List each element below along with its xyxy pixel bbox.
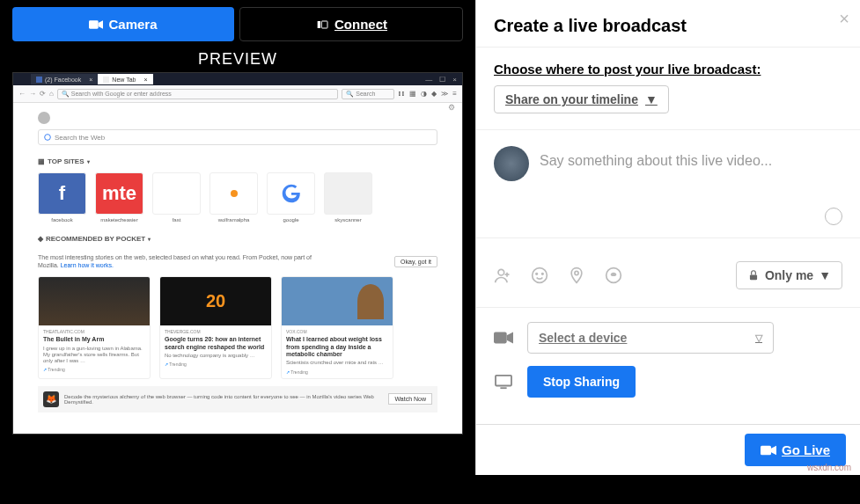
panel-title: Create a live broadcast — [476, 0, 860, 47]
footer-bar — [0, 475, 860, 504]
lock-icon — [747, 269, 760, 281]
forward-icon[interactable]: → — [29, 90, 36, 98]
right-pane: × Create a live broadcast Choose where t… — [475, 0, 860, 475]
site-tile-wolfram[interactable]: wolframalpha — [209, 172, 258, 223]
tag-people-icon[interactable] — [494, 267, 511, 284]
site-tile-facebook[interactable]: ffacebook — [38, 172, 86, 223]
learn-link[interactable]: Learn how it works. — [61, 262, 114, 268]
location-icon[interactable] — [568, 267, 585, 284]
article-card[interactable]: THEATLANTIC.COMThe Bullet in My ArmI gre… — [38, 276, 151, 378]
svg-rect-0 — [89, 20, 99, 28]
site-tile-skyscanner[interactable]: skyscanner — [324, 172, 372, 223]
svg-point-6 — [536, 274, 538, 275]
svg-rect-1 — [318, 21, 320, 28]
top-sites-header[interactable]: ▦TOP SITES▾ — [38, 157, 437, 165]
article-image — [39, 277, 150, 325]
svg-point-4 — [498, 269, 504, 275]
okay-button[interactable]: Okay, got it — [394, 256, 437, 267]
chevron-down-icon: ▼ — [819, 268, 831, 282]
svg-rect-2 — [321, 21, 327, 28]
recommended-header[interactable]: ◆RECOMMENDED BY POCKET▾ — [38, 235, 437, 243]
menu-icon[interactable]: ≡ — [452, 90, 457, 98]
camera-icon — [89, 19, 103, 30]
promo-text: Decode the mysterious alchemy of the web… — [64, 394, 383, 405]
connect-tab[interactable]: Connect — [239, 7, 463, 41]
share-timeline-dropdown[interactable]: Share on your timeline ▼ — [494, 85, 669, 113]
privacy-dropdown[interactable]: Only me ▼ — [736, 261, 842, 289]
preview-browser-window: (2) Facebook× New Tab× —☐× ← → ⟳ ⌂ 🔍 Sea… — [12, 72, 463, 435]
url-bar[interactable]: 🔍 Search with Google or enter address — [57, 89, 338, 99]
choose-where-label: Choose where to post your live broadcast… — [494, 62, 842, 77]
feeling-icon[interactable] — [531, 267, 548, 284]
go-live-button[interactable]: Go Live — [745, 434, 846, 466]
search-bar[interactable]: 🔍 Search — [342, 89, 394, 99]
browser-tab-facebook[interactable]: (2) Facebook× — [31, 74, 98, 84]
select-device-dropdown[interactable]: Select a device ▽ — [527, 322, 774, 354]
say-something-input[interactable]: Say something about this live video... — [540, 146, 842, 181]
toolbar-icon[interactable]: ▦ — [409, 90, 416, 98]
toolbar-icon[interactable]: ⫿⫿ — [398, 90, 405, 98]
screen-device-icon — [494, 374, 513, 390]
svg-rect-14 — [761, 445, 771, 455]
camera-tab-label: Camera — [108, 17, 157, 32]
google-icon — [44, 134, 51, 141]
firefox-icon: 🦊 — [43, 391, 59, 407]
site-tile-fast[interactable]: ◗fast — [152, 172, 201, 223]
donate-icon[interactable] — [605, 267, 622, 284]
article-card[interactable]: VOX.COMWhat I learned about weight loss … — [281, 276, 393, 378]
camera-icon — [761, 444, 776, 457]
reload-icon[interactable]: ⟳ — [40, 90, 46, 98]
back-icon[interactable]: ← — [18, 90, 26, 98]
toolbar-icon[interactable]: ◑ — [421, 90, 427, 98]
connect-icon — [315, 19, 329, 30]
site-tile-mte[interactable]: mtemaketecheasier — [95, 172, 143, 223]
svg-point-3 — [45, 135, 51, 141]
article-card[interactable]: 20 THEVERGE.COMGoogle turns 20: how an i… — [159, 276, 272, 378]
window-controls[interactable]: —☐× — [425, 76, 462, 84]
avatar — [494, 146, 529, 181]
toolbar-icon[interactable]: ◆ — [431, 90, 437, 98]
home-icon[interactable]: ⌂ — [49, 90, 54, 98]
recommended-text: The most interesting stories on the web,… — [38, 253, 320, 269]
left-pane: Camera Connect PREVIEW (2) Facebook× New… — [0, 0, 475, 475]
stop-sharing-button[interactable]: Stop Sharing — [527, 366, 636, 398]
svg-point-8 — [575, 271, 578, 274]
chevron-down-icon: ▼ — [645, 92, 658, 106]
site-tile-google[interactable]: google — [267, 172, 315, 223]
watermark: wsxdn.com — [807, 463, 851, 472]
search-web-input[interactable]: Search the Web — [38, 129, 437, 145]
firefox-logo — [38, 112, 50, 124]
svg-rect-13 — [500, 387, 506, 389]
video-device-icon — [494, 331, 513, 345]
emoji-icon[interactable] — [825, 208, 842, 225]
toolbar-icon[interactable]: ≫ — [441, 90, 448, 98]
svg-point-5 — [533, 268, 548, 283]
svg-point-7 — [542, 274, 544, 275]
article-image — [282, 277, 393, 325]
watch-now-button[interactable]: Watch Now — [388, 393, 432, 405]
browser-tab-newtab[interactable]: New Tab× — [98, 74, 152, 84]
preview-label: PREVIEW — [0, 50, 475, 69]
camera-tab[interactable]: Camera — [12, 7, 234, 41]
svg-rect-11 — [494, 332, 507, 344]
chevron-down-icon: ▽ — [755, 332, 762, 344]
svg-rect-10 — [750, 274, 757, 280]
gear-icon[interactable]: ⚙ — [448, 103, 455, 112]
svg-rect-12 — [496, 376, 511, 386]
article-image: 20 — [160, 277, 271, 325]
close-icon[interactable]: × — [839, 9, 849, 29]
connect-tab-label: Connect — [334, 17, 387, 32]
